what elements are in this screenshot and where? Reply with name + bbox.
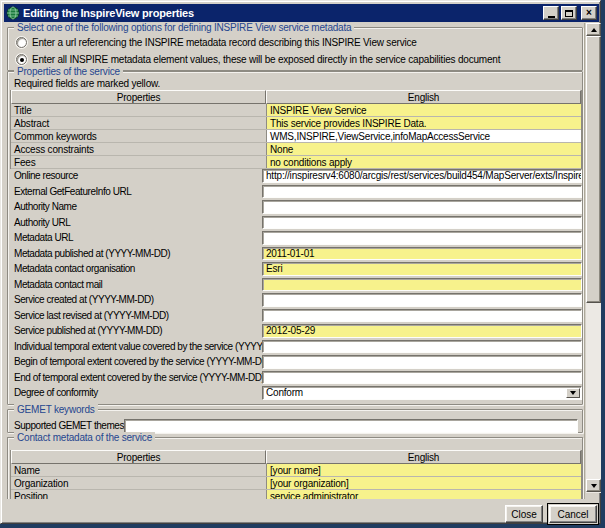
field-label: Authority URL xyxy=(10,217,262,228)
table-header-row: Properties English xyxy=(11,450,581,464)
gemet-group-label: GEMET keywords xyxy=(14,404,98,415)
field-label: Degree of conformity xyxy=(10,387,262,398)
property-value-cell[interactable]: This service provides INSPIRE Data. xyxy=(266,117,581,129)
gemet-themes-input[interactable] xyxy=(124,419,578,433)
required-note: Required fields are marked yellow. xyxy=(14,78,160,89)
arrow-down-icon xyxy=(591,484,597,488)
field-label: Metadata published at (YYYY-MM-DD) xyxy=(10,248,262,259)
field-row: Metadata published at (YYYY-MM-DD) 2011-… xyxy=(10,247,582,261)
contact-group-label: Contact metadata of the service xyxy=(14,432,155,443)
column-header-english: English xyxy=(266,450,581,464)
options-group-label: Select one of the following options for … xyxy=(14,23,354,33)
field-row: Authority Name xyxy=(10,200,582,214)
scroll-up-button[interactable] xyxy=(586,23,601,36)
vertical-scrollbar[interactable] xyxy=(586,23,601,493)
options-group: Select one of the following options for … xyxy=(7,27,583,71)
property-label: Fees xyxy=(11,156,266,168)
field-label: Metadata URL xyxy=(10,232,262,243)
property-value-cell[interactable]: no conditions apply xyxy=(266,156,581,168)
scroll-down-button[interactable] xyxy=(586,479,601,492)
close-button[interactable]: Close xyxy=(505,505,543,523)
property-label: Abstract xyxy=(11,117,266,129)
table-row: Fees no conditions apply xyxy=(11,156,581,169)
field-row: External GetFeatureInfo URL xyxy=(10,185,582,199)
minimize-button[interactable] xyxy=(543,6,559,20)
property-label: Common keywords xyxy=(11,130,266,142)
dropdown-value: Conform xyxy=(266,387,303,398)
table-row: Access constraints None xyxy=(11,143,581,156)
property-label: Name xyxy=(11,464,266,476)
close-window-button[interactable]: × xyxy=(581,6,597,20)
field-row: Metadata URL xyxy=(10,231,582,245)
field-input[interactable] xyxy=(262,309,582,323)
radio-unselected-icon[interactable] xyxy=(16,37,27,48)
field-input[interactable]: Esri xyxy=(262,262,582,276)
table-row: Title INSPIRE View Service xyxy=(11,104,581,117)
field-input[interactable] xyxy=(262,355,582,369)
globe-icon xyxy=(6,6,20,20)
field-input[interactable] xyxy=(262,340,582,354)
field-row: Begin of temporal extent covered by the … xyxy=(10,355,582,369)
table-row: Abstract This service provides INSPIRE D… xyxy=(11,117,581,130)
property-value-cell[interactable]: None xyxy=(266,143,581,155)
maximize-button[interactable] xyxy=(561,6,577,20)
maximize-icon xyxy=(565,10,573,17)
service-properties-table: Properties English Title INSPIRE View Se… xyxy=(10,90,582,169)
field-label: End of temporal extent covered by the se… xyxy=(10,372,262,383)
field-row: Service created at (YYYY-MM-DD) xyxy=(10,293,582,307)
dropdown-arrow-button[interactable] xyxy=(566,388,580,398)
properties-group-label: Properties of the service xyxy=(14,66,123,77)
property-value-cell[interactable]: [your name] xyxy=(266,464,581,476)
field-input[interactable] xyxy=(262,231,582,245)
property-value-cell[interactable]: INSPIRE View Service xyxy=(266,104,581,116)
close-icon: × xyxy=(586,8,592,18)
field-label: Online resource xyxy=(10,170,262,181)
field-row: Service last revised at (YYYY-MM-DD) xyxy=(10,309,582,323)
field-label: External GetFeatureInfo URL xyxy=(10,186,262,197)
table-row: Name [your name] xyxy=(11,464,581,477)
radio-label: Enter a url referencing the INSPIRE meta… xyxy=(32,37,417,48)
field-label: Begin of temporal extent covered by the … xyxy=(10,356,262,367)
property-value-cell[interactable]: [your organization] xyxy=(266,477,581,489)
field-input[interactable] xyxy=(262,200,582,214)
field-label: Service last revised at (YYYY-MM-DD) xyxy=(10,310,262,321)
property-label: Organization xyxy=(11,477,266,489)
table-header-row: Properties English xyxy=(11,90,581,104)
property-value-cell[interactable]: service administrator xyxy=(266,490,581,499)
dialog-content: Select one of the following options for … xyxy=(5,23,585,499)
radio-metadata-url-option[interactable]: Enter a url referencing the INSPIRE meta… xyxy=(16,37,417,48)
table-row: Position service administrator xyxy=(11,490,581,499)
window-title: Editing the InspireView properties xyxy=(23,7,543,19)
contact-metadata-table: Properties English Name [your name] Orga… xyxy=(10,450,582,499)
degree-of-conformity-row: Degree of conformity Conform xyxy=(10,386,582,400)
field-row: Metadata contact organisation Esri xyxy=(10,262,582,276)
field-label: Individual temporal extent value covered… xyxy=(10,341,262,352)
title-bar[interactable]: Editing the InspireView properties × xyxy=(4,4,599,22)
property-label: Access constraints xyxy=(11,143,266,155)
properties-group: Properties of the service Required field… xyxy=(7,71,583,405)
degree-of-conformity-dropdown[interactable]: Conform xyxy=(262,386,582,400)
column-header-properties: Properties xyxy=(11,450,266,464)
scrollbar-thumb[interactable] xyxy=(586,36,601,303)
field-row: Online resource http://inspiresrv4:6080/… xyxy=(10,169,582,183)
field-label: Authority Name xyxy=(10,201,262,212)
field-input[interactable]: 2012-05-29 xyxy=(262,324,582,338)
field-input[interactable]: http://inspiresrv4:6080/arcgis/rest/serv… xyxy=(262,169,582,183)
table-row: Common keywords WMS,INSPIRE,ViewService,… xyxy=(11,130,581,143)
property-value-cell[interactable]: WMS,INSPIRE,ViewService,infoMapAccessSer… xyxy=(266,130,581,142)
field-row: Service published at (YYYY-MM-DD) 2012-0… xyxy=(10,324,582,338)
field-input[interactable] xyxy=(262,216,582,230)
field-input[interactable]: 2011-01-01 xyxy=(262,247,582,261)
minimize-icon xyxy=(548,16,555,18)
cancel-button[interactable]: Cancel xyxy=(549,505,597,523)
field-input[interactable] xyxy=(262,278,582,292)
field-input[interactable] xyxy=(262,185,582,199)
contact-group: Contact metadata of the service Properti… xyxy=(7,437,583,499)
arrow-up-icon xyxy=(591,28,597,32)
field-row: Metadata contact mail xyxy=(10,278,582,292)
radio-metadata-values-option[interactable]: Enter all INSPIRE metadata element value… xyxy=(16,54,500,65)
field-input[interactable] xyxy=(262,293,582,307)
field-input[interactable] xyxy=(262,371,582,385)
column-header-english: English xyxy=(266,90,581,104)
radio-selected-icon[interactable] xyxy=(16,54,27,65)
